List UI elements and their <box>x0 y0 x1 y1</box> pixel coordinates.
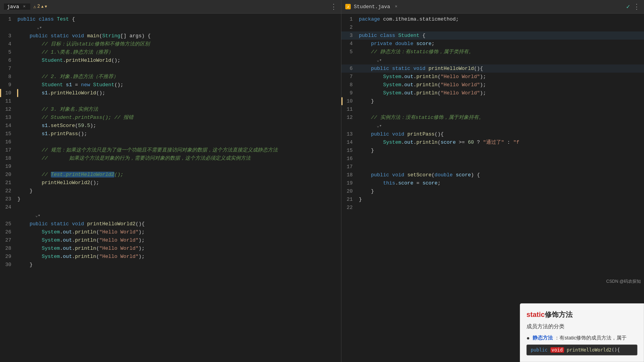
static-tooltip: static修饰方法 成员方法的分类 ● 静态方法 ：有static修饰的成员方… <box>520 303 644 362</box>
table-row: 6 public static void printHelloWorld(){ <box>341 64 644 73</box>
table-row: 19 this.score = score; <box>341 179 644 187</box>
left-tab-label: java <box>7 4 19 10</box>
table-row: 20 } <box>341 187 644 195</box>
warning-icon: ⚠ <box>33 4 36 10</box>
tooltip-title: static修饰方法 <box>526 310 637 319</box>
table-row: 16 <box>341 155 644 163</box>
warning-chevron-up[interactable]: ▲ <box>41 5 43 9</box>
tooltip-subtitle: 成员方法的分类 <box>526 323 637 330</box>
table-row: 9 System.out.println("Hello World"); <box>341 89 644 97</box>
table-row: 22 <box>341 204 644 212</box>
table-row: 3 public static void main(String[] args)… <box>0 32 341 40</box>
table-row: 4 private double score; <box>341 40 644 48</box>
table-row: 8 // 2. 对象.静态方法（不推荐） <box>0 73 341 81</box>
tooltip-item-1-text: 静态方法 ：有static修饰的成员方法，属于 <box>533 334 627 342</box>
table-row: 2 <box>341 23 644 31</box>
table-row: 18 // 如果这个方法是对象的行为，需要访问对象的数据，这个方法必须定义成实例… <box>0 154 341 162</box>
tooltip-title-suffix: 修饰方法 <box>545 311 573 318</box>
tooltip-item-1-label: 静态方法 <box>533 335 553 341</box>
table-row: 25 public static void printHelloWorld2()… <box>0 220 341 228</box>
table-row: ⌄▾ <box>0 211 341 220</box>
table-row: 1 package com.itheima.staticmethod; <box>341 15 644 23</box>
table-row: ⌄▾ <box>0 23 341 32</box>
table-row: 7 <box>0 64 341 73</box>
bullet-icon: ● <box>526 335 530 341</box>
table-row: ⌄▾ <box>341 56 644 64</box>
table-row: 21 printHelloWorld2(); <box>0 179 341 187</box>
right-tab-label[interactable]: Student.java <box>354 4 390 10</box>
table-row: 22 } <box>0 187 341 195</box>
tooltip-item-1: ● 静态方法 ：有static修饰的成员方法，属于 <box>526 334 637 342</box>
left-editor: java × ⚠ 2 ▲ ▼ ⋮ 1 public class Test { <box>0 0 341 362</box>
table-row: 7 System.out.println("Hello World"); <box>341 73 644 81</box>
right-editor-options[interactable]: ⋮ <box>633 2 640 11</box>
right-tab-close[interactable]: × <box>393 3 399 10</box>
table-row: 15 s1.printPass(); <box>0 130 341 138</box>
table-row: 20 // Test.printHelloWorld2(); <box>0 171 341 179</box>
table-row: 11 <box>341 105 644 113</box>
table-row: 24 <box>0 203 341 211</box>
table-row: 3 public class Student { <box>341 31 644 40</box>
table-row: 5 // 静态方法：有static修饰，属于类持有。 <box>341 48 644 56</box>
table-row: ⌄▾ <box>341 122 644 130</box>
left-code-lines: 1 public class Test { ⌄▾ 3 public static… <box>0 14 341 270</box>
table-row: 21 } <box>341 195 644 204</box>
java-file-icon: J <box>345 4 351 9</box>
table-row: 10 s1.printHelloWorld(); <box>0 89 341 97</box>
watermark: CSDN @码农探知 <box>606 278 641 284</box>
table-row: 30 } <box>0 261 341 269</box>
table-row: 14 System.out.println(score >= 60 ? "通过了… <box>341 138 644 146</box>
right-code-lines: 1 package com.itheima.staticmethod; 2 3 … <box>341 14 644 213</box>
left-code-area[interactable]: 1 public class Test { ⌄▾ 3 public static… <box>0 14 341 362</box>
left-tab-close[interactable]: × <box>21 3 27 10</box>
table-row: 27 System.out.println("Hello World"); <box>0 236 341 244</box>
tooltip-item-1-desc: ：有static修饰的成员方法，属于 <box>554 335 627 341</box>
right-code-area[interactable]: 1 package com.itheima.staticmethod; 2 3 … <box>341 14 644 362</box>
table-row: 12 // 实例方法：没有static修饰，属于对象持有。 <box>341 113 644 122</box>
table-row: 8 System.out.println("Hello World"); <box>341 81 644 89</box>
table-row: 18 public void setScore(double score) { <box>341 171 644 179</box>
table-row: 29 System.out.println("Hello World"); <box>0 252 341 261</box>
tooltip-code-static: void <box>551 347 564 353</box>
table-row: 28 System.out.println("Hello World"); <box>0 244 341 252</box>
table-row: 6 Student.printHelloWorld(); <box>0 56 341 64</box>
table-row: 12 // 3. 对象名.实例方法 <box>0 105 341 113</box>
table-row: 5 // 1.\类名.静态方法（推荐） <box>0 48 341 56</box>
table-row: 10 } <box>341 97 644 105</box>
table-row: 19 <box>0 162 341 171</box>
checkmark-icon: ✓ <box>626 3 630 10</box>
table-row: 13 public void printPass(){ <box>341 130 644 138</box>
warning-chevron-down[interactable]: ▼ <box>45 5 47 9</box>
table-row: 14 s1.setScore(59.5); <box>0 122 341 130</box>
table-row: 16 <box>0 138 341 146</box>
table-row: 26 System.out.println("Hello World"); <box>0 228 341 236</box>
left-tab-java[interactable]: java × <box>4 3 30 10</box>
right-editor: J Student.java × ✓ ⋮ 1 package com.ithei… <box>341 0 644 362</box>
table-row: 9 Student s1 = new Student(); <box>0 81 341 89</box>
tooltip-code-box: public void printHelloWorld2(){ <box>526 345 637 355</box>
right-tab-bar: J Student.java × ✓ ⋮ <box>341 0 644 14</box>
table-row: 23 } <box>0 195 341 203</box>
left-tab-bar: java × ⚠ 2 ▲ ▼ ⋮ <box>0 0 341 14</box>
table-row: 4 // 目标：认识static修饰和不修饰方法的区别 <box>0 40 341 48</box>
table-row: 17 // 规范：如果这个方法只是为了做一个功能且不需要直接访问对象的数据，这个… <box>0 146 341 154</box>
left-editor-options[interactable]: ⋮ <box>330 2 337 11</box>
warning-count: 2 <box>37 4 40 9</box>
table-row: 17 <box>341 163 644 171</box>
warning-badge: ⚠ 2 ▲ ▼ <box>33 4 47 10</box>
table-row: 1 public class Test { <box>0 15 341 23</box>
table-row: 15 } <box>341 146 644 155</box>
tooltip-title-keyword: static <box>526 311 545 318</box>
table-row: 13 // Student.printPass(); // 报错 <box>0 113 341 122</box>
table-row: 11 <box>0 97 341 105</box>
